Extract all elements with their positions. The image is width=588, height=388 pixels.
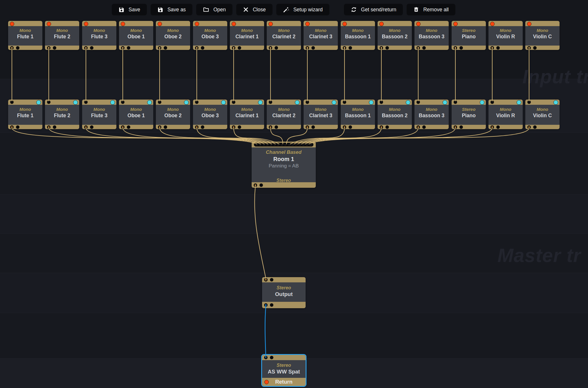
output-port[interactable]: [53, 125, 56, 129]
output-port[interactable]: [10, 125, 14, 129]
output-port[interactable]: [343, 46, 346, 50]
return-node-as-ww-spat[interactable]: Stereo AS WW Spat Return: [262, 355, 306, 386]
transcoder-node-oboe-3[interactable]: MonoOboe 3: [193, 100, 227, 129]
output-port[interactable]: [275, 46, 278, 50]
output-port[interactable]: [459, 46, 463, 50]
save-button[interactable]: Save: [112, 4, 147, 15]
output-port[interactable]: [195, 125, 199, 129]
output-port[interactable]: [269, 46, 272, 50]
transcoder-node-oboe-2[interactable]: MonoOboe 2: [156, 100, 190, 129]
output-port[interactable]: [53, 46, 56, 50]
transcoder-node-piano[interactable]: StereoPiano: [452, 100, 486, 129]
output-port[interactable]: [533, 125, 537, 129]
input-port[interactable]: [416, 100, 420, 104]
output-port[interactable]: [454, 125, 457, 129]
input-node-bassoon-1[interactable]: MonoBassoon 1: [341, 21, 375, 50]
transcoder-node-clarinet-1[interactable]: MonoClarinet 1: [230, 100, 264, 129]
output-port[interactable]: [496, 125, 500, 129]
input-port[interactable]: [84, 100, 88, 104]
transcoder-node-oboe-1[interactable]: MonoOboe 1: [119, 100, 153, 129]
input-port[interactable]: [47, 100, 50, 104]
input-port[interactable]: [380, 100, 383, 104]
output-port[interactable]: [16, 125, 19, 129]
remove-all-button[interactable]: Remove all: [407, 4, 455, 15]
input-port[interactable]: [454, 100, 457, 104]
output-port[interactable]: [385, 46, 389, 50]
transcoder-node-clarinet-2[interactable]: MonoClarinet 2: [267, 100, 301, 129]
open-button[interactable]: Open: [196, 4, 232, 15]
input-node-clarinet-2[interactable]: MonoClarinet 2: [267, 21, 301, 50]
input-node-clarinet-1[interactable]: MonoClarinet 1: [230, 21, 264, 50]
output-port[interactable]: [238, 46, 241, 50]
output-port[interactable]: [454, 46, 457, 50]
input-node-flute-3[interactable]: MonoFlute 3: [82, 21, 116, 50]
output-port[interactable]: [264, 303, 268, 307]
output-port[interactable]: [343, 125, 346, 129]
input-node-flute-2[interactable]: MonoFlute 2: [45, 21, 79, 50]
transcoder-node-bassoon-3[interactable]: MonoBassoon 3: [414, 100, 449, 129]
input-port[interactable]: [343, 100, 346, 104]
input-node-bassoon-3[interactable]: MonoBassoon 3: [414, 21, 449, 50]
output-port[interactable]: [349, 46, 352, 50]
output-port[interactable]: [416, 46, 420, 50]
input-node-oboe-1[interactable]: MonoOboe 1: [119, 21, 153, 50]
output-port[interactable]: [269, 125, 272, 129]
input-node-oboe-2[interactable]: MonoOboe 2: [156, 21, 190, 50]
input-node-flute-1[interactable]: MonoFlute 1: [8, 21, 42, 50]
input-node-clarinet-3[interactable]: MonoClarinet 3: [304, 21, 338, 50]
output-port[interactable]: [527, 125, 531, 129]
output-port[interactable]: [459, 125, 463, 129]
transcoder-node-flute-1[interactable]: MonoFlute 1: [8, 100, 42, 129]
output-port[interactable]: [270, 303, 273, 307]
room-node[interactable]: Channel Based Room 1 Panning = AB Stereo: [252, 142, 316, 188]
input-port[interactable]: [269, 100, 272, 104]
input-port[interactable]: [527, 100, 531, 104]
output-port[interactable]: [90, 46, 93, 50]
room-input-ports[interactable]: [254, 143, 313, 147]
output-port[interactable]: [16, 46, 19, 50]
input-node-bassoon-2[interactable]: MonoBassoon 2: [378, 21, 412, 50]
output-port[interactable]: [490, 125, 494, 129]
input-port[interactable]: [490, 100, 494, 104]
output-port[interactable]: [158, 46, 161, 50]
output-port[interactable]: [158, 125, 161, 129]
output-port[interactable]: [422, 125, 426, 129]
output-port[interactable]: [275, 125, 278, 129]
output-port[interactable]: [121, 46, 125, 50]
input-node-piano[interactable]: StereoPiano: [452, 21, 486, 50]
output-port[interactable]: [121, 125, 125, 129]
output-port[interactable]: [47, 125, 50, 129]
output-port[interactable]: [164, 125, 167, 129]
input-port[interactable]: [270, 356, 273, 359]
save-as-button[interactable]: Save as: [151, 4, 192, 15]
output-port[interactable]: [533, 46, 537, 50]
transcoder-node-violin-r[interactable]: MonoViolin R: [488, 100, 523, 129]
node-graph-canvas[interactable]: { "toolbar": { "buttons": [ {"id":"save"…: [0, 0, 588, 388]
output-port[interactable]: [232, 46, 235, 50]
get-send-return-button[interactable]: Get send/return: [344, 4, 403, 15]
input-port[interactable]: [232, 100, 235, 104]
output-port[interactable]: [306, 125, 309, 129]
output-port[interactable]: [90, 125, 93, 129]
input-port[interactable]: [158, 100, 161, 104]
output-port[interactable]: [306, 46, 309, 50]
setup-wizard-button[interactable]: Setup wizard: [276, 4, 329, 15]
output-port[interactable]: [422, 46, 426, 50]
output-port[interactable]: [380, 46, 383, 50]
master-output-node[interactable]: Stereo Output: [262, 277, 306, 308]
output-port[interactable]: [127, 46, 130, 50]
output-port[interactable]: [127, 125, 130, 129]
output-port[interactable]: [47, 46, 50, 50]
input-node-violin-r[interactable]: MonoViolin R: [488, 21, 523, 50]
output-port[interactable]: [201, 46, 204, 50]
output-port[interactable]: [238, 125, 241, 129]
input-node-violin-c[interactable]: MonoViolin C: [525, 21, 560, 50]
transcoder-node-bassoon-1[interactable]: MonoBassoon 1: [341, 100, 375, 129]
close-button[interactable]: Close: [236, 4, 273, 15]
output-port[interactable]: [349, 125, 352, 129]
input-port[interactable]: [121, 100, 125, 104]
output-port[interactable]: [527, 46, 531, 50]
output-port[interactable]: [259, 183, 263, 187]
output-port[interactable]: [380, 125, 383, 129]
output-port[interactable]: [10, 46, 14, 50]
